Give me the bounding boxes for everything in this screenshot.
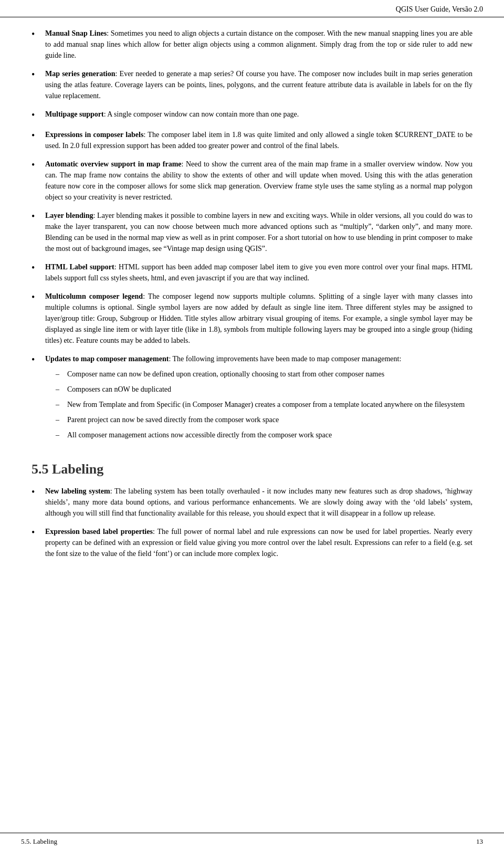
sub-content: All composer management actions now acce…	[67, 429, 472, 440]
bullet-content: Multicolumn composer legend: The compose…	[45, 291, 472, 346]
bold-label: Manual Snap Lines	[45, 29, 107, 37]
dash: –	[56, 399, 67, 410]
sub-list-item: – All composer management actions now ac…	[56, 429, 472, 440]
list-item: • New labeling system: The labeling syst…	[32, 486, 472, 519]
sub-list-item: – Composers can nOW be duplicated	[56, 384, 472, 395]
bullet-content: New labeling system: The labeling system…	[45, 486, 472, 519]
paragraph: Layer blending: Layer blending makes it …	[45, 210, 472, 254]
bold-label: HTML Label support	[45, 263, 114, 271]
list-item: • Expression based label properties: The…	[32, 526, 472, 559]
text-content: : Layer blending makes it possible to co…	[45, 212, 472, 253]
bold-label: Map series generation	[45, 70, 116, 78]
paragraph: Map series generation: Ever needed to ge…	[45, 68, 472, 101]
bold-label: Multipage support	[45, 110, 104, 118]
bold-label: Updates to map composer management	[45, 355, 169, 363]
list-item: • HTML Label support: HTML support has b…	[32, 261, 472, 284]
footer-right: 13	[476, 837, 483, 846]
bullet-content: Map series generation: Ever needed to ge…	[45, 68, 472, 101]
bullet-content: Expressions in composer labels: The comp…	[45, 129, 472, 151]
list-item: • Manual Snap Lines: Sometimes you need …	[32, 28, 472, 61]
text-content: : The following improvements have been m…	[169, 355, 401, 363]
bold-label: Expressions in composer labels	[45, 131, 143, 139]
bullet-dot: •	[32, 68, 43, 81]
dash: –	[56, 429, 67, 440]
section-title: Labeling	[52, 461, 103, 477]
paragraph: Multicolumn composer legend: The compose…	[45, 291, 472, 346]
bullet-dot: •	[32, 159, 43, 172]
list-item: • Multicolumn composer legend: The compo…	[32, 291, 472, 346]
footer-left: 5.5. Labeling	[21, 837, 57, 846]
sub-bullet-list: – Composer name can now be defined upon …	[56, 369, 472, 440]
bold-label: Expression based label properties	[45, 528, 153, 536]
section-number: 5.5	[32, 461, 49, 477]
bullet-content: Multipage support: A single composer win…	[45, 109, 472, 120]
labeling-bullet-list: • New labeling system: The labeling syst…	[32, 486, 472, 559]
bullet-content: Manual Snap Lines: Sometimes you need to…	[45, 28, 472, 61]
sub-content: New from Template and from Specific (in …	[67, 399, 472, 410]
paragraph: Multipage support: A single composer win…	[45, 109, 472, 120]
bullet-content: HTML Label support: HTML support has bee…	[45, 261, 472, 284]
paragraph: Manual Snap Lines: Sometimes you need to…	[45, 28, 472, 61]
bullet-dot: •	[32, 129, 43, 142]
page-footer: 5.5. Labeling 13	[0, 833, 504, 850]
sub-content: Parent project can now be saved directly…	[67, 414, 472, 425]
bullet-dot: •	[32, 353, 43, 366]
paragraph: New labeling system: The labeling system…	[45, 486, 472, 519]
list-item: • Expressions in composer labels: The co…	[32, 129, 472, 151]
list-item: • Multipage support: A single composer w…	[32, 109, 472, 122]
sub-content: Composers can nOW be duplicated	[67, 384, 472, 395]
paragraph: Expressions in composer labels: The comp…	[45, 129, 472, 151]
list-item: • Updates to map composer management: Th…	[32, 353, 472, 445]
bullet-content: Updates to map composer management: The …	[45, 353, 472, 445]
text-content: : Sometimes you need to align objects a …	[45, 29, 472, 59]
bullet-content: Layer blending: Layer blending makes it …	[45, 210, 472, 254]
bold-label: Layer blending	[45, 212, 93, 219]
bullet-dot: •	[32, 291, 43, 304]
bullet-dot: •	[32, 526, 43, 539]
bullet-content: Automatic overview support in map frame:…	[45, 159, 472, 203]
bullet-dot: •	[32, 28, 43, 41]
page-content: • Manual Snap Lines: Sometimes you need …	[0, 17, 504, 833]
bullet-dot: •	[32, 486, 43, 499]
main-bullet-list: • Manual Snap Lines: Sometimes you need …	[32, 28, 472, 445]
page-header: QGIS User Guide, Versão 2.0	[0, 0, 504, 17]
paragraph: Updates to map composer management: The …	[45, 353, 472, 364]
paragraph: HTML Label support: HTML support has bee…	[45, 261, 472, 284]
bold-label: Automatic overview support in map frame	[45, 160, 182, 168]
dash: –	[56, 384, 67, 395]
bullet-dot: •	[32, 261, 43, 275]
dash: –	[56, 414, 67, 425]
sub-list-item: – Parent project can now be saved direct…	[56, 414, 472, 425]
sub-list-item: – New from Template and from Specific (i…	[56, 399, 472, 410]
list-item: • Layer blending: Layer blending makes i…	[32, 210, 472, 254]
text-content: : A single composer window can now conta…	[104, 110, 299, 118]
bold-label: Multicolumn composer legend	[45, 292, 143, 300]
header-title: QGIS User Guide, Versão 2.0	[396, 5, 483, 13]
bold-label: New labeling system	[45, 487, 110, 495]
paragraph: Expression based label properties: The f…	[45, 526, 472, 559]
dash: –	[56, 369, 67, 380]
list-item: • Automatic overview support in map fram…	[32, 159, 472, 203]
bullet-content: Expression based label properties: The f…	[45, 526, 472, 559]
sub-list-item: – Composer name can now be defined upon …	[56, 369, 472, 380]
bullet-dot: •	[32, 109, 43, 122]
paragraph: Automatic overview support in map frame:…	[45, 159, 472, 203]
section-heading: 5.5 Labeling	[32, 461, 472, 477]
list-item: • Map series generation: Ever needed to …	[32, 68, 472, 101]
bullet-dot: •	[32, 210, 43, 223]
sub-content: Composer name can now be defined upon cr…	[67, 369, 472, 380]
page: QGIS User Guide, Versão 2.0 • Manual Sna…	[0, 0, 504, 850]
